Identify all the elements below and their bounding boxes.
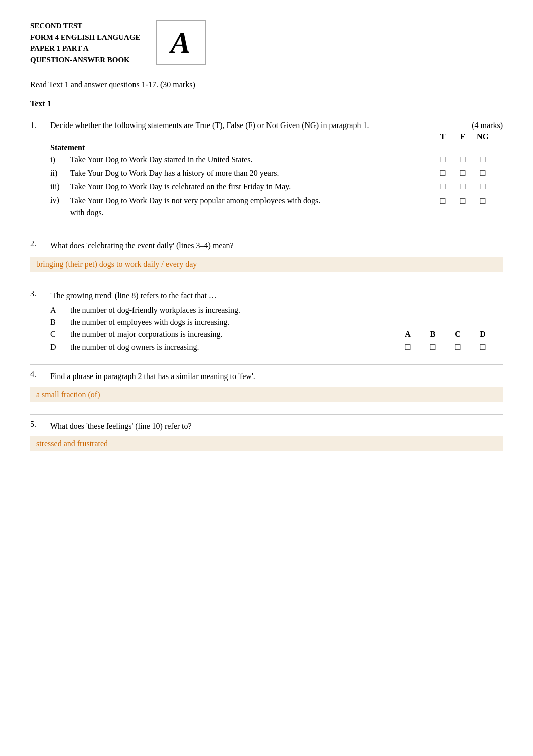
q4-answer-block: a small fraction (of): [30, 387, 503, 402]
q5-answer-block: stressed and frustrated: [30, 436, 503, 451]
q1-content: Decide whether the following statements …: [50, 121, 413, 130]
divider-4: [30, 414, 503, 415]
q2-number: 2.: [30, 239, 50, 248]
q1-item-i: i) Take Your Dog to Work Day started in …: [50, 154, 503, 165]
q1-i-text: Take Your Dog to Work Day started in the…: [70, 155, 433, 164]
col-t-header: T: [433, 132, 453, 141]
question-2: 2. What does 'celebrating the event dail…: [30, 239, 503, 272]
q3-col-a-header: A: [397, 330, 418, 339]
divider-1: [30, 234, 503, 234]
q3-a-text: the number of dog-friendly workplaces is…: [70, 306, 503, 315]
q1-ii-label: ii): [50, 169, 70, 178]
divider-3: [30, 364, 503, 365]
q1-text: Decide whether the following statements …: [50, 121, 413, 130]
q1-item-iv: iv) Take Your Dog to Work Day is not ver…: [50, 195, 503, 219]
q5-text: What does 'these feelings' (line 10) ref…: [50, 420, 503, 433]
q2-row: 2. What does 'celebrating the event dail…: [30, 239, 503, 253]
q3-a-label: A: [50, 306, 70, 315]
q4-answer: a small fraction (of): [36, 390, 100, 399]
q3-b-box[interactable]: □: [423, 342, 443, 352]
question-1: 1. Decide whether the following statemen…: [30, 121, 503, 222]
q4-number: 4.: [30, 370, 50, 379]
instruction-line: Read Text 1 and answer questions 1-17. (…: [30, 80, 503, 89]
q4-row: 4. Find a phrase in paragraph 2 that has…: [30, 370, 503, 383]
q3-a-box[interactable]: □: [397, 342, 418, 352]
q3-row: 3. 'The growing trend' (line 8) refers t…: [30, 289, 503, 302]
question-5: 5. What does 'these feelings' (line 10) …: [30, 420, 503, 452]
q3-b-text: the number of employees with dogs is inc…: [70, 318, 503, 327]
q3-b-label: B: [50, 318, 70, 327]
q3-item-c-row: C the number of major corporations is in…: [50, 330, 503, 339]
grade-letter: A: [171, 26, 191, 60]
q1-marks: (4 marks): [472, 121, 503, 130]
q2-answer-block: bringing (their pet) dogs to work daily …: [30, 257, 503, 272]
q3-d-text: the number of dog owners is increasing.: [70, 343, 397, 352]
col-ng-header: NG: [473, 132, 493, 141]
q1-iii-ng-box[interactable]: □: [473, 181, 493, 192]
col-f-header: F: [453, 132, 473, 141]
q3-number: 3.: [30, 289, 50, 298]
q3-col-b-header: B: [423, 330, 443, 339]
q3-d-label: D: [50, 343, 70, 352]
q1-ii-text: Take Your Dog to Work Day has a history …: [70, 169, 433, 178]
q1-iv-f-box[interactable]: □: [453, 196, 473, 206]
q1-iv-ng-box[interactable]: □: [473, 196, 493, 206]
q3-item-d-row: D the number of dog owners is increasing…: [50, 342, 503, 352]
q3-c-text: the number of major corporations is incr…: [70, 330, 397, 339]
q1-iv-t-box[interactable]: □: [433, 196, 453, 206]
q1-top: 1. Decide whether the following statemen…: [30, 121, 503, 143]
q1-right: (4 marks) T F NG: [413, 121, 503, 143]
q1-iv-label: iv): [50, 195, 70, 205]
q2-text: What does 'celebrating the event daily' …: [50, 239, 503, 253]
title-line2: FORM 4 ENGLISH LANGUAGE: [30, 32, 141, 43]
q1-i-t-box[interactable]: □: [433, 154, 453, 165]
q3-col-c-header: C: [448, 330, 468, 339]
q3-c-label: C: [50, 330, 70, 339]
q1-item-ii: ii) Take Your Dog to Work Day has a hist…: [50, 168, 503, 178]
q4-text: Find a phrase in paragraph 2 that has a …: [50, 370, 503, 383]
q1-i-label: i): [50, 155, 70, 164]
q3-item-a-row: A the number of dog-friendly workplaces …: [50, 306, 503, 315]
q1-i-f-box[interactable]: □: [453, 154, 473, 165]
q1-iv-text: Take Your Dog to Work Day is not very po…: [70, 195, 433, 219]
q1-iii-label: iii): [50, 182, 70, 191]
q1-i-ng-box[interactable]: □: [473, 154, 493, 165]
text-label: Text 1: [30, 99, 503, 108]
q3-items: A the number of dog-friendly workplaces …: [50, 306, 503, 352]
title-line3: PAPER 1 PART A: [30, 43, 141, 54]
q5-answer: stressed and frustrated: [36, 439, 108, 448]
q1-item-iii: iii) Take Your Dog to Work Day is celebr…: [50, 181, 503, 192]
q5-number: 5.: [30, 420, 50, 429]
q3-d-box[interactable]: □: [473, 342, 493, 352]
q3-text: 'The growing trend' (line 8) refers to t…: [50, 289, 503, 302]
q1-iii-text: Take Your Dog to Work Day is celebrated …: [70, 182, 433, 191]
q3-col-d-header: D: [473, 330, 493, 339]
q3-c-box[interactable]: □: [448, 342, 468, 352]
title-line4: QUESTION-ANSWER BOOK: [30, 54, 141, 66]
question-4: 4. Find a phrase in paragraph 2 that has…: [30, 370, 503, 402]
q1-ii-t-box[interactable]: □: [433, 168, 453, 178]
header-text: SECOND TEST FORM 4 ENGLISH LANGUAGE PAPE…: [30, 20, 141, 65]
q5-row: 5. What does 'these feelings' (line 10) …: [30, 420, 503, 433]
question-3: 3. 'The growing trend' (line 8) refers t…: [30, 289, 503, 353]
divider-2: [30, 284, 503, 284]
q1-items: i) Take Your Dog to Work Day started in …: [50, 154, 503, 222]
statement-label: Statement: [50, 143, 433, 152]
q1-ii-f-box[interactable]: □: [453, 168, 473, 178]
q1-iii-t-box[interactable]: □: [433, 181, 453, 192]
q1-ii-ng-box[interactable]: □: [473, 168, 493, 178]
header-section: SECOND TEST FORM 4 ENGLISH LANGUAGE PAPE…: [30, 20, 503, 65]
q3-item-b-row: B the number of employees with dogs is i…: [50, 318, 503, 327]
q2-answer: bringing (their pet) dogs to work daily …: [36, 260, 197, 268]
q1-number: 1.: [30, 121, 50, 130]
q1-iii-f-box[interactable]: □: [453, 181, 473, 192]
grade-box: A: [156, 20, 206, 65]
title-line1: SECOND TEST: [30, 20, 141, 32]
